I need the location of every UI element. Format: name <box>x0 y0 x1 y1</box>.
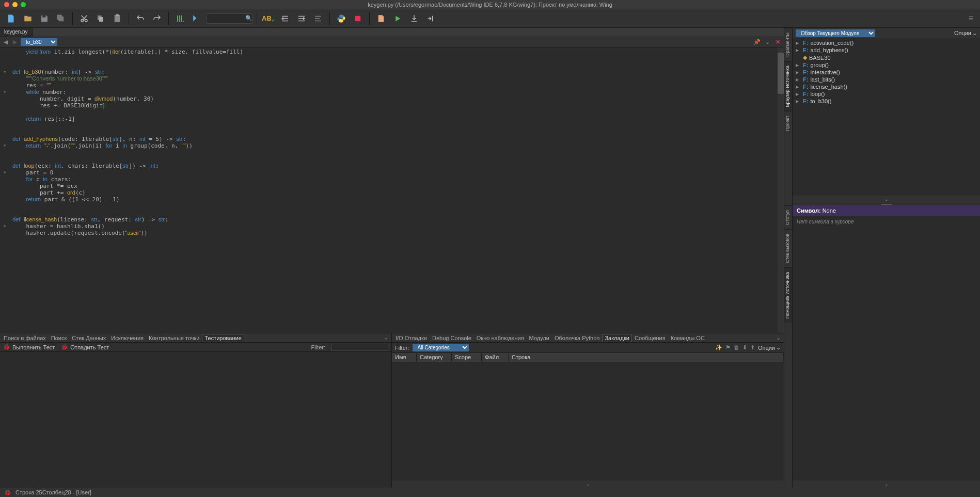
close-window-icon[interactable] <box>4 2 9 7</box>
wand-icon[interactable]: ✨ <box>715 344 722 351</box>
save-button[interactable] <box>37 11 52 26</box>
tab-breakpoints[interactable]: Контрольные точки <box>146 334 202 342</box>
indent-left-button[interactable] <box>294 11 309 26</box>
undo-button[interactable] <box>133 11 148 26</box>
zoom-window-icon[interactable] <box>21 2 26 7</box>
toolbar-search-input[interactable] <box>206 13 252 24</box>
svg-rect-3 <box>99 17 103 22</box>
category-filter-select[interactable]: All Categories <box>413 344 469 351</box>
step-into-button[interactable] <box>423 11 438 26</box>
testing-toolbar: 🐞Выполнить Тест 🐞Отладить Тест Filter: <box>0 343 391 352</box>
run-test-button[interactable]: 🐞Выполнить Тест <box>3 344 55 350</box>
vtab-fragments[interactable]: Фрагменты <box>784 28 792 61</box>
bottom-right-panel: I/O Отладки Debug Console Окно наблюдени… <box>392 333 784 488</box>
module-outline[interactable]: ▶F:activation_code() ▶F:add_hyphens() ▶◆… <box>793 38 980 196</box>
panel-collapse-handle[interactable]: ⌄ <box>392 480 784 488</box>
col-file[interactable]: Файл <box>482 353 509 362</box>
paste-button[interactable] <box>110 11 124 26</box>
tab-watch[interactable]: Окно наблюдения <box>474 334 527 342</box>
goto-button[interactable] <box>189 11 204 26</box>
save-all-button[interactable] <box>54 11 68 26</box>
outline-item[interactable]: ▶◆BASE30 <box>794 54 979 61</box>
debug-file-button[interactable] <box>374 11 388 26</box>
tab-debug-console[interactable]: Debug Console <box>430 334 474 342</box>
open-file-button[interactable] <box>21 11 35 26</box>
code-editor[interactable]: ▾ ▾ ▾ ▾ ▾ yield from it.zip_longest(*(it… <box>0 47 784 333</box>
outline-item[interactable]: ▶F:add_hyphens() <box>794 46 979 54</box>
nav-back-button[interactable]: ◀ <box>2 39 9 46</box>
vtab-indent[interactable]: Отступ <box>784 205 792 229</box>
debug-test-button[interactable]: 🐞Отладить Тест <box>61 344 109 350</box>
browser-options-button[interactable]: Опции ⌄ <box>954 30 977 37</box>
tab-debug-io[interactable]: I/O Отладки <box>393 334 430 342</box>
indent-right-button[interactable] <box>278 11 292 26</box>
tab-modules[interactable]: Модули <box>527 334 552 342</box>
file-tab-keygen[interactable]: keygen.py <box>0 28 33 37</box>
fold-gutter[interactable]: ▾ ▾ ▾ ▾ ▾ <box>0 47 9 333</box>
stop-button[interactable] <box>351 11 365 26</box>
step-button[interactable] <box>407 11 421 26</box>
redo-button[interactable] <box>150 11 164 26</box>
svg-rect-6 <box>355 15 361 21</box>
outline-item[interactable]: ▶F:loop() <box>794 90 979 98</box>
cut-button[interactable] <box>77 11 91 26</box>
bookmark-options-button[interactable]: Опции ⌄ <box>758 344 781 351</box>
code-content[interactable]: yield from it.zip_longest(*(iter(iterabl… <box>9 47 784 333</box>
outline-item[interactable]: ▶F:to_b30() <box>794 98 979 105</box>
tab-exceptions[interactable]: Исключения <box>108 334 146 342</box>
browser-scope-select[interactable]: Обзор Текущего Модуля <box>796 29 875 37</box>
outline-item[interactable]: ▶F:last_bits() <box>794 76 979 83</box>
editor-scrollbar[interactable] <box>778 47 784 333</box>
col-line[interactable]: Строка <box>509 353 784 362</box>
outline-item[interactable]: ▶F:group() <box>794 61 979 69</box>
new-file-button[interactable] <box>4 11 19 26</box>
bug-status-icon[interactable]: 🐞 <box>4 489 11 496</box>
col-category[interactable]: Category <box>417 353 452 362</box>
outline-item[interactable]: ▶F:activation_code() <box>794 39 979 46</box>
tab-bookmarks[interactable]: Закладки <box>602 334 632 342</box>
col-scope[interactable]: Scope <box>452 353 482 362</box>
col-name[interactable]: Имя <box>392 353 417 362</box>
copy-button[interactable] <box>93 11 108 26</box>
trash-icon[interactable]: 🗑 <box>734 344 739 351</box>
download-icon[interactable]: ⬇ <box>742 344 747 351</box>
vtab-project[interactable]: Проект <box>784 111 792 135</box>
spellcheck-button[interactable]: AB✓ <box>261 11 276 26</box>
bottom-right-tabs: I/O Отладки Debug Console Окно наблюдени… <box>392 333 784 343</box>
upload-icon[interactable]: ⬆ <box>750 344 755 351</box>
tab-search[interactable]: Поиск <box>49 334 69 342</box>
tab-messages[interactable]: Сообщения <box>632 334 668 342</box>
outline-item[interactable]: ▶F:interactive() <box>794 69 979 76</box>
indent-guide-button[interactable] <box>173 11 187 26</box>
outline-collapse-handle[interactable]: ⌄ <box>793 196 980 203</box>
test-filter-input[interactable] <box>331 344 388 351</box>
python-shell-button[interactable] <box>334 11 349 26</box>
vtab-call-stack[interactable]: Стек вызовов <box>784 229 792 267</box>
chevron-down-icon[interactable]: ⌄ <box>763 38 771 46</box>
source-browser-panel: Обзор Текущего Модуля Опции ⌄ ▶F:activat… <box>793 28 980 203</box>
vtab-source-browser[interactable]: Браузер Источника <box>784 61 792 111</box>
minimize-window-icon[interactable] <box>12 2 18 7</box>
tab-python-shell[interactable]: Оболочка Python <box>552 334 602 342</box>
outline-item[interactable]: ▶F:license_hash() <box>794 83 979 90</box>
tab-stack-data[interactable]: Стек Данных <box>69 334 108 342</box>
bookmark-panel-body <box>392 362 784 480</box>
menu-button[interactable]: ☰ <box>967 13 976 24</box>
tab-testing[interactable]: Тестирование <box>202 334 244 342</box>
assistant-collapse-handle[interactable]: ⌄ <box>793 480 980 488</box>
tab-search-files[interactable]: Поиск в файлах <box>1 334 49 342</box>
collapse-right-panel-icon[interactable]: ⌄ <box>774 334 783 341</box>
dedent-button[interactable] <box>311 11 325 26</box>
svg-rect-4 <box>115 15 120 22</box>
filter-label: Filter: <box>311 344 326 350</box>
thumbtack-icon[interactable]: 📌 <box>753 38 761 46</box>
close-editor-button[interactable]: ✕ <box>773 38 782 46</box>
bookmark-toolbar: Filter: All Categories ✨ ⚑ 🗑 ⬇ ⬆ Опции ⌄ <box>392 343 784 353</box>
vtab-source-assistant[interactable]: Помощник Источника <box>784 267 792 323</box>
run-button[interactable] <box>390 11 405 26</box>
symbol-selector[interactable]: to_b30 <box>21 38 57 46</box>
flag-icon[interactable]: ⚑ <box>725 344 731 351</box>
nav-forward-button[interactable]: ▶ <box>11 39 19 46</box>
collapse-left-panel-icon[interactable]: ⌄ <box>382 334 390 341</box>
tab-os-commands[interactable]: Команды ОС <box>668 334 707 342</box>
